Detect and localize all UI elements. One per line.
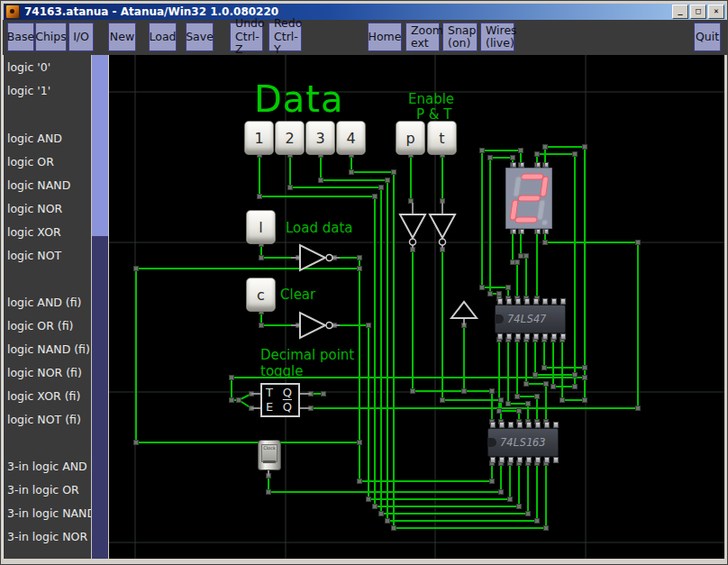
- chip-pin[interactable]: [553, 457, 559, 463]
- sidebar-item-3-in-logic-or[interactable]: 3-in logic OR: [7, 483, 79, 497]
- sidebar-item-3-in-logic-nand[interactable]: 3-in logic NAND: [7, 506, 96, 520]
- chip-pin[interactable]: [506, 298, 512, 305]
- sidebar-item-3-in-logic-nor[interactable]: 3-in logic NOR: [7, 530, 87, 543]
- toolbar-button-quit[interactable]: Quit: [694, 23, 721, 51]
- sidebar-item-logic-nor-fi[interactable]: logic NOR (fi): [7, 366, 82, 379]
- chip-pin[interactable]: [497, 298, 503, 305]
- chip-pin[interactable]: [542, 298, 548, 305]
- sidebar-item-logic-and[interactable]: logic AND: [7, 132, 62, 145]
- chip-pin[interactable]: [533, 298, 539, 305]
- chip-pin[interactable]: [517, 457, 523, 463]
- chip-pin[interactable]: [544, 457, 550, 463]
- toolbar-button-chips[interactable]: Chips: [35, 23, 67, 51]
- chip-pin[interactable]: [508, 457, 514, 463]
- sidebar-item-logic-nand-fi[interactable]: logic NAND (fi): [7, 342, 90, 356]
- canvas-label-clear[interactable]: Clear: [280, 287, 315, 303]
- toolbar-button-new[interactable]: New: [108, 23, 136, 51]
- sidebar-item-logic-nor[interactable]: logic NOR: [7, 202, 62, 215]
- chip-pin[interactable]: [533, 333, 539, 340]
- ff-output-q: Q: [283, 386, 292, 399]
- scrollbar-thumb[interactable]: [92, 55, 108, 236]
- inverter-gate[interactable]: [300, 245, 325, 270]
- canvas-label-load-data[interactable]: Load data: [286, 220, 353, 236]
- toolbar-button-home[interactable]: Home: [368, 23, 402, 51]
- canvas-label-data[interactable]: Data: [254, 78, 344, 120]
- sidebar-item-logic-not-fi[interactable]: logic NOT (fi): [7, 413, 81, 426]
- display-pin[interactable]: [536, 162, 541, 168]
- sidebar-item-logic-or[interactable]: logic OR: [7, 155, 54, 169]
- inverter-gate[interactable]: [300, 313, 325, 338]
- chip-pin[interactable]: [497, 333, 503, 340]
- chip-pin[interactable]: [524, 333, 530, 340]
- sidebar-item-logic-1[interactable]: logic '1': [7, 84, 50, 97]
- sidebar-item-logic-0[interactable]: logic '0': [7, 60, 50, 74]
- sidebar-item-logic-not[interactable]: logic NOT: [7, 249, 61, 262]
- chip-pin[interactable]: [553, 422, 559, 428]
- clock-decoration: [263, 460, 276, 463]
- inverter-gate[interactable]: [430, 214, 455, 238]
- chip-notch: [487, 438, 496, 447]
- display-pin[interactable]: [544, 162, 549, 168]
- sidebar-item-3-in-logic-and[interactable]: 3-in logic AND: [7, 460, 87, 473]
- clock-component[interactable]: Clock: [258, 440, 281, 470]
- minimize-icon[interactable]: _: [672, 5, 688, 19]
- chip-pin[interactable]: [542, 333, 548, 340]
- sidebar-item-logic-xor[interactable]: logic XOR: [7, 225, 61, 239]
- chip-pin[interactable]: [490, 457, 496, 463]
- key-component-3[interactable]: 3: [305, 121, 335, 155]
- logic-one-component[interactable]: [451, 302, 477, 318]
- canvas-label-decimal-point[interactable]: Decimal point: [260, 347, 354, 363]
- chip-74ls47[interactable]: 74LS47: [495, 305, 566, 333]
- toolbar-button-wires[interactable]: Wires(live): [480, 23, 514, 51]
- toolbar-button-zoom-ext[interactable]: Zoomext: [405, 23, 440, 51]
- toolbar-button-redo[interactable]: RedoCtrl-Y: [268, 23, 302, 51]
- sidebar-item-logic-and-fi[interactable]: logic AND (fi): [7, 296, 82, 309]
- chip-74ls163[interactable]: 74LS163: [487, 428, 559, 457]
- chip-pin[interactable]: [499, 422, 505, 428]
- chip-pin[interactable]: [526, 457, 532, 463]
- key-component-l[interactable]: l: [246, 210, 276, 244]
- close-icon[interactable]: ✕: [708, 5, 724, 19]
- toolbar-button-save[interactable]: Save: [186, 23, 214, 51]
- key-component-4[interactable]: 4: [336, 121, 366, 155]
- chip-pin[interactable]: [535, 457, 541, 463]
- t-flipflop-component[interactable]: TEQQ: [260, 383, 300, 417]
- canvas-label-toggle[interactable]: toggle: [260, 363, 304, 379]
- canvas-label-enable[interactable]: Enable: [408, 91, 454, 107]
- chip-pin[interactable]: [508, 422, 514, 428]
- toolbar-button-undo[interactable]: UndoCtrl-Z: [230, 23, 263, 51]
- chip-pin[interactable]: [506, 333, 512, 340]
- toolbar-button-snap[interactable]: Snap(on): [442, 23, 478, 51]
- chip-pin[interactable]: [535, 422, 541, 428]
- toolbar-button-base[interactable]: Base: [7, 23, 34, 51]
- sidebar-scrollbar[interactable]: [91, 55, 108, 559]
- chip-pin[interactable]: [551, 333, 557, 340]
- key-component-1[interactable]: 1: [244, 121, 274, 155]
- maximize-icon[interactable]: □: [690, 5, 706, 19]
- chip-pin[interactable]: [524, 298, 530, 305]
- chip-pin[interactable]: [499, 457, 505, 463]
- seven-segment-display[interactable]: [505, 168, 552, 229]
- sidebar-item-logic-or-fi[interactable]: logic OR (fi): [7, 319, 74, 333]
- toolbar-button-load[interactable]: Load: [149, 23, 177, 51]
- sidebar-item-logic-xor-fi[interactable]: logic XOR (fi): [7, 389, 80, 403]
- chip-pin[interactable]: [551, 298, 557, 305]
- display-pin[interactable]: [512, 162, 516, 168]
- key-component-2[interactable]: 2: [275, 121, 305, 155]
- schematic-canvas[interactable]: DataEnableP & TLoad dataClearDecimal poi…: [109, 55, 724, 559]
- display-pin[interactable]: [520, 162, 524, 168]
- sidebar-item-logic-nand[interactable]: logic NAND: [7, 178, 70, 192]
- key-component-c[interactable]: c: [246, 278, 276, 312]
- chip-pin[interactable]: [515, 298, 521, 305]
- chip-pin[interactable]: [544, 422, 550, 428]
- chip-pin[interactable]: [515, 333, 521, 340]
- key-component-t[interactable]: t: [427, 121, 457, 155]
- chip-pin[interactable]: [517, 422, 523, 428]
- chip-pin[interactable]: [560, 298, 566, 305]
- inverter-gate[interactable]: [400, 214, 425, 238]
- key-component-p[interactable]: p: [396, 121, 425, 155]
- chip-pin[interactable]: [490, 422, 496, 428]
- chip-pin[interactable]: [560, 333, 566, 340]
- toolbar-button-io[interactable]: I/O: [68, 23, 94, 51]
- chip-pin[interactable]: [526, 422, 532, 428]
